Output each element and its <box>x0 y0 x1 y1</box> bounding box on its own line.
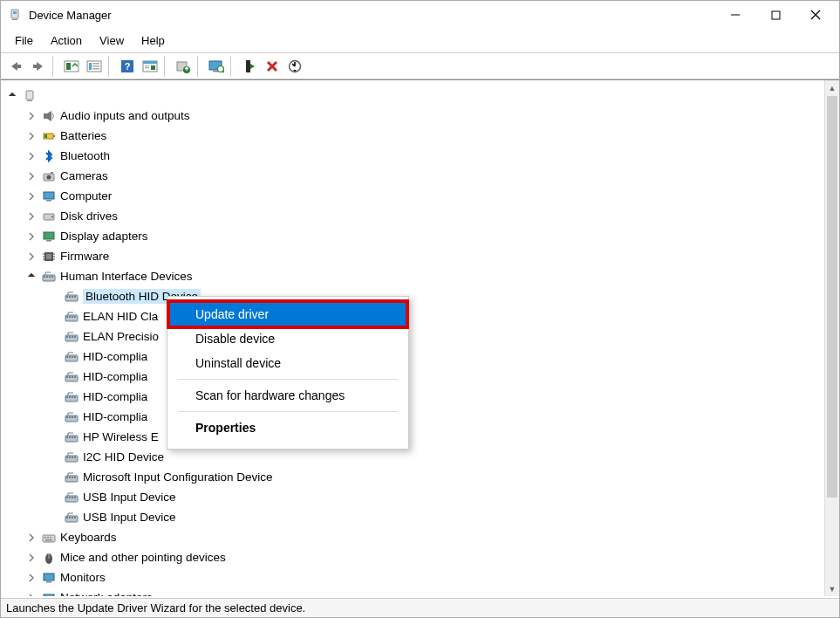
back-button[interactable] <box>5 56 26 77</box>
svg-rect-85 <box>74 376 76 378</box>
svg-rect-70 <box>74 316 76 318</box>
svg-rect-122 <box>44 537 46 539</box>
ctx-scan-hardware[interactable]: Scan for hardware changes <box>169 383 406 408</box>
menu-help[interactable]: Help <box>133 31 174 51</box>
help-button[interactable]: ? <box>117 56 138 77</box>
forward-button[interactable] <box>28 56 49 77</box>
expander-closed-icon[interactable] <box>27 172 39 181</box>
tree-device-item[interactable]: USB Input Device <box>6 487 824 507</box>
svg-rect-99 <box>72 436 73 438</box>
tree-device-item[interactable]: HID-complia <box>6 387 824 407</box>
tree-device-item[interactable]: Bluetooth HID Device <box>6 286 824 306</box>
tree-category-disk[interactable]: Disk drives <box>6 206 824 226</box>
tree-item-label: Mice and other pointing devices <box>60 551 226 564</box>
expander-closed-icon[interactable] <box>27 573 39 582</box>
update-driver-button[interactable] <box>173 56 194 77</box>
scan-hardware-button[interactable] <box>284 56 305 77</box>
tree-item-label: Keyboards <box>60 531 117 544</box>
tree-device-item[interactable]: I2C HID Device <box>6 447 824 467</box>
tree-device-item[interactable]: Microsoft Input Configuration Device <box>6 467 824 487</box>
tree-category-battery[interactable]: Batteries <box>6 126 824 146</box>
scroll-down-arrow[interactable]: ▼ <box>825 581 839 596</box>
tree-device-item[interactable]: USB Input Device <box>6 507 824 527</box>
ctx-uninstall-device[interactable]: Uninstall device <box>169 351 406 375</box>
uninstall-device-button[interactable] <box>262 56 283 77</box>
svg-rect-105 <box>74 457 76 458</box>
svg-line-28 <box>222 71 224 72</box>
tree-device-item[interactable]: HID-complia <box>6 347 824 367</box>
svg-rect-13 <box>92 63 99 65</box>
svg-rect-103 <box>69 457 71 458</box>
expander-closed-icon[interactable] <box>27 252 39 261</box>
hid-icon <box>64 310 79 324</box>
tree-device-item[interactable]: ELAN Precisio <box>6 326 824 347</box>
tree-category-camera[interactable]: Cameras <box>6 166 824 186</box>
tree-category-audio[interactable]: Audio inputs and outputs <box>6 106 824 126</box>
close-button[interactable] <box>796 1 836 29</box>
svg-rect-37 <box>53 135 55 137</box>
tree-device-item[interactable]: HP Wireless E <box>6 427 824 447</box>
expander-closed-icon[interactable] <box>27 594 39 597</box>
tree-root-node[interactable] <box>6 86 824 106</box>
svg-rect-65 <box>74 296 76 298</box>
menu-action[interactable]: Action <box>42 31 91 51</box>
expander-closed-icon[interactable] <box>27 212 39 221</box>
svg-rect-33 <box>26 91 33 100</box>
tree-category-bluetooth[interactable]: Bluetooth <box>6 146 824 166</box>
tree-category-computer[interactable]: Computer <box>6 186 824 206</box>
tree-category-network[interactable]: Network adapters <box>6 587 824 596</box>
svg-rect-89 <box>72 396 73 398</box>
ctx-disable-device[interactable]: Disable device <box>169 326 406 351</box>
svg-rect-102 <box>66 457 68 458</box>
tree-category-mouse[interactable]: Mice and other pointing devices <box>6 547 824 567</box>
expander-open-icon[interactable] <box>27 272 39 281</box>
battery-icon <box>41 129 57 143</box>
scroll-thumb[interactable] <box>827 96 837 498</box>
tree-device-item[interactable]: HID-complia <box>6 367 824 387</box>
svg-rect-132 <box>48 596 50 597</box>
hid-icon <box>64 370 79 384</box>
expander-closed-icon[interactable] <box>27 533 39 542</box>
ctx-properties[interactable]: Properties <box>169 415 406 440</box>
ctx-update-driver[interactable]: Update driver <box>169 302 406 326</box>
svg-rect-43 <box>46 200 51 202</box>
expander-closed-icon[interactable] <box>27 132 39 141</box>
svg-rect-19 <box>143 61 157 64</box>
tree-category-keyboard[interactable]: Keyboards <box>6 527 824 547</box>
hid-icon <box>41 270 57 284</box>
minimize-button[interactable] <box>715 1 755 29</box>
tree-category-firmware[interactable]: Firmware <box>6 246 824 266</box>
svg-rect-129 <box>46 581 51 583</box>
svg-point-45 <box>51 216 53 217</box>
svg-rect-115 <box>74 497 76 498</box>
svg-rect-42 <box>44 192 54 199</box>
expander-closed-icon[interactable] <box>27 232 39 241</box>
hid-icon <box>64 450 79 464</box>
tree-category-display[interactable]: Display adapters <box>6 226 824 246</box>
vertical-scrollbar[interactable]: ▲ ▼ <box>824 80 839 596</box>
properties-page-button[interactable] <box>140 56 160 77</box>
tree-category-hid[interactable]: Human Interface Devices <box>6 266 824 286</box>
tree-device-item[interactable]: ELAN HID Cla <box>6 306 824 326</box>
scroll-up-arrow[interactable]: ▲ <box>825 80 839 95</box>
svg-rect-118 <box>69 517 71 518</box>
tree-device-item[interactable]: HID-complia <box>6 407 824 427</box>
scan-monitor-button[interactable] <box>206 56 227 77</box>
expander-closed-icon[interactable] <box>27 553 39 562</box>
tree-category-monitor[interactable]: Monitors <box>6 567 824 587</box>
svg-rect-12 <box>89 63 92 70</box>
maximize-button[interactable] <box>755 1 796 29</box>
svg-rect-104 <box>72 457 73 458</box>
expander-closed-icon[interactable] <box>27 112 39 120</box>
expander-closed-icon[interactable] <box>27 152 39 161</box>
enable-device-button[interactable] <box>239 56 260 77</box>
menu-file[interactable]: File <box>6 31 42 51</box>
refresh-list-button[interactable] <box>84 56 105 77</box>
menu-view[interactable]: View <box>91 31 133 51</box>
show-hidden-button[interactable] <box>61 56 82 77</box>
expander-closed-icon[interactable] <box>27 192 39 201</box>
expander-open-icon[interactable] <box>8 92 20 100</box>
svg-rect-114 <box>72 497 73 498</box>
svg-rect-59 <box>49 276 51 278</box>
device-tree[interactable]: Audio inputs and outputsBatteriesBluetoo… <box>1 80 824 596</box>
